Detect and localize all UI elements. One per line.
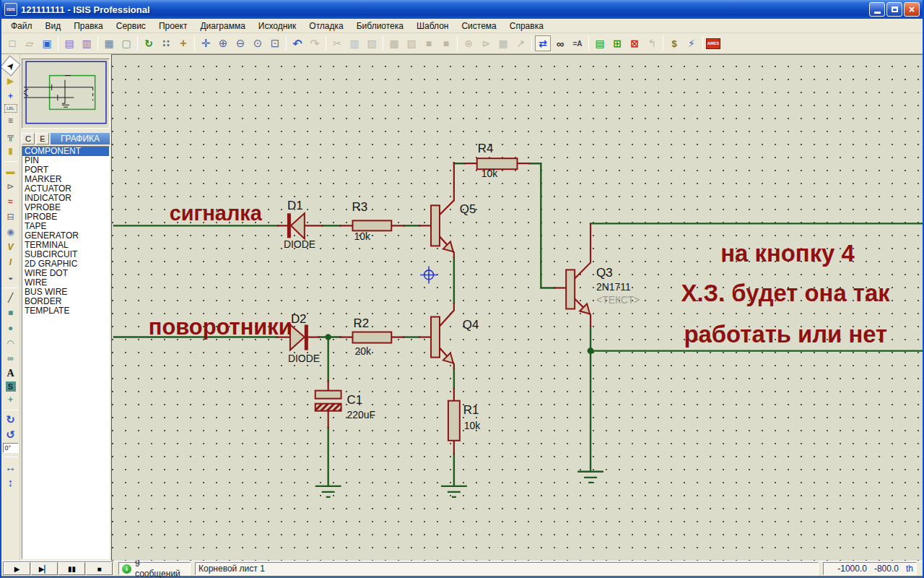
rotate-ccw-icon[interactable]: ↺ (3, 428, 18, 442)
rotate-cw-icon[interactable]: ↻ (3, 413, 18, 427)
ground-symbol[interactable] (578, 472, 603, 483)
text-2d-icon[interactable]: A (3, 366, 18, 381)
capacitor-c1-plate-top[interactable] (315, 391, 341, 399)
menu-item-4[interactable]: Проект (152, 20, 194, 33)
ref-label-q4[interactable]: Q4 (463, 317, 479, 331)
transistor-q3[interactable] (566, 269, 575, 309)
generator-mode-icon[interactable]: ◉ (3, 225, 18, 239)
menu-item-10[interactable]: Система (455, 20, 502, 33)
ground-symbol[interactable] (441, 486, 467, 497)
stop-button[interactable]: ■ (86, 562, 113, 575)
tape-recorder-mode-icon[interactable]: ⊟ (3, 210, 18, 224)
value-label-r1[interactable]: 10k (464, 420, 480, 431)
transistor-q4[interactable] (431, 317, 440, 358)
voltage-probe-mode-icon[interactable]: V (3, 240, 18, 254)
ref-label-r4[interactable]: R4 (478, 142, 494, 155)
minimize-button[interactable] (869, 2, 885, 17)
diode-d2[interactable] (290, 325, 305, 350)
ref-label-d2[interactable]: D2 (291, 311, 307, 325)
annotation-line3[interactable]: работать или нет (684, 320, 887, 347)
symbol-2d-icon[interactable]: S (6, 381, 16, 392)
pan-icon[interactable]: ✛ (198, 35, 214, 51)
value-label-c1[interactable]: 220uF (347, 409, 375, 420)
ref-label-c1[interactable]: C1 (347, 393, 363, 407)
overview-minimap[interactable] (22, 59, 110, 129)
component-bodies[interactable] (287, 158, 590, 441)
save-file-icon[interactable]: ▣ (39, 35, 55, 51)
ares-netlist-icon[interactable]: ARES (706, 38, 720, 49)
component-labels[interactable]: D1 DIODE R3 10k R4 10k Q5 D2 DIODE R2 20… (284, 142, 640, 431)
menu-item-6[interactable]: Исходник (252, 20, 302, 33)
annotation-line1[interactable]: на кнопку 4 (720, 240, 855, 267)
text-script-mode-icon[interactable]: ≡ (3, 113, 18, 128)
device-pin-mode-icon[interactable]: ⊳ (3, 179, 18, 194)
value-label-d1[interactable]: DIODE (284, 238, 315, 250)
zoom-area-icon[interactable]: ⊡ (267, 35, 283, 51)
menu-item-8[interactable]: Библиотека (350, 20, 410, 33)
box-2d-icon[interactable]: ■ (3, 306, 18, 320)
selector-item-template[interactable]: TEMPLATE (22, 306, 109, 316)
rotation-angle-field[interactable]: 0° (3, 443, 19, 453)
toggle-grid-icon[interactable]: ∷ (158, 35, 174, 51)
undo-icon[interactable]: ↶ (289, 35, 305, 51)
export-section-icon[interactable]: ▥ (79, 35, 95, 51)
value-label-r4[interactable]: 10k (481, 168, 497, 179)
ref-label-d1[interactable]: D1 (287, 199, 303, 212)
menu-item-3[interactable]: Сервис (110, 20, 152, 33)
play-button[interactable]: ▶ (4, 562, 30, 575)
transistor-q5[interactable] (431, 205, 440, 246)
design-explorer-icon[interactable]: ▤ (592, 35, 608, 51)
menu-item-11[interactable]: Справка (503, 20, 550, 33)
junction-dot[interactable] (325, 334, 331, 340)
instrument-mode-icon[interactable]: ◒ (3, 270, 18, 285)
resistor-r1[interactable] (448, 401, 460, 441)
junction-dot-mode-icon[interactable]: + (3, 89, 18, 103)
wire[interactable] (529, 163, 554, 288)
ref-label-q3[interactable]: Q3 (596, 266, 613, 280)
bill-of-materials-icon[interactable]: $ (666, 35, 682, 51)
search-tag-icon[interactable]: ∞ (552, 35, 568, 51)
close-button[interactable]: × (904, 2, 920, 17)
origin-icon[interactable]: + (175, 35, 191, 51)
edit-device-button[interactable]: E (36, 133, 49, 144)
annotation-signalka[interactable]: сигналка (170, 202, 263, 225)
ground-symbol[interactable] (315, 486, 341, 497)
menu-item-9[interactable]: Шаблон (410, 20, 455, 33)
value-label-d2[interactable]: DIODE (288, 353, 320, 364)
graph-mode-icon[interactable]: ≈ (3, 194, 18, 209)
current-probe-mode-icon[interactable]: I (3, 255, 18, 269)
wire-label-mode-icon[interactable]: LBL (4, 104, 17, 113)
marker-2d-icon[interactable]: + (3, 392, 18, 407)
open-file-icon[interactable]: ▱ (22, 35, 38, 51)
message-box[interactable]: 9 сообщений (118, 562, 191, 575)
zoom-all-icon[interactable]: ⊙ (250, 35, 266, 51)
diode-d2-cathode-bar[interactable] (305, 325, 308, 350)
line-2d-icon[interactable]: ╱ (3, 290, 18, 305)
ground-symbols[interactable] (315, 472, 603, 497)
annotation-line2[interactable]: Х.З. будет она так (681, 280, 890, 306)
mirror-vertical-icon[interactable]: ↕ (3, 475, 18, 489)
value-label-q3[interactable]: 2N1711 (596, 281, 631, 293)
resistor-r3[interactable] (353, 220, 392, 230)
text-placeholder-q3[interactable]: <ТЕКСТ> (596, 294, 640, 306)
pick-device-button[interactable]: C (22, 133, 35, 144)
ref-label-r2[interactable]: R2 (354, 316, 370, 329)
pause-button[interactable]: ▮▮ (58, 562, 85, 575)
remove-sheet-icon[interactable]: ⊠ (627, 35, 642, 51)
step-button[interactable]: ▶▏ (31, 562, 58, 575)
bus-mode-icon[interactable]: ╦ (3, 129, 18, 143)
zoom-out-icon[interactable]: ⊖ (232, 35, 248, 51)
property-assignment-icon[interactable]: =A (570, 35, 585, 51)
new-sheet-icon[interactable]: ⊞ (609, 35, 625, 51)
circle-2d-icon[interactable]: ● (3, 321, 18, 335)
terminal-mode-icon[interactable]: ▬ (3, 164, 18, 178)
value-label-r3[interactable]: 10k (354, 230, 370, 242)
import-section-icon[interactable]: ▤ (61, 35, 77, 51)
value-label-r2[interactable]: 20k (355, 345, 371, 357)
menu-item-7[interactable]: Отладка (302, 20, 349, 33)
new-file-icon[interactable]: □ (4, 35, 20, 51)
schematic-canvas[interactable]: D1 DIODE R3 10k R4 10k Q5 D2 DIODE R2 20… (111, 54, 923, 561)
path-2d-icon[interactable]: ∞ (3, 351, 18, 366)
zoom-in-icon[interactable]: ⊕ (215, 35, 231, 51)
resistor-r2[interactable] (353, 332, 392, 343)
